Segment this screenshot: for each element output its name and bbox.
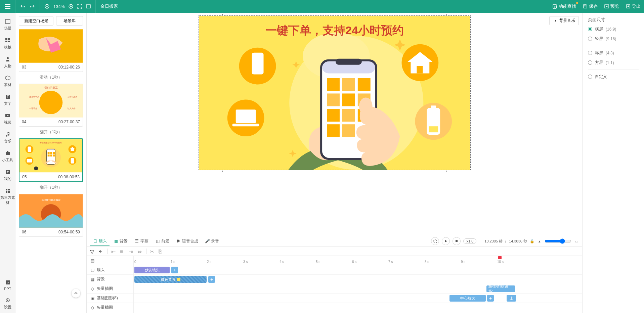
transition-label[interactable]: 滑动（1秒） (19, 75, 83, 80)
redo-button[interactable] (30, 4, 35, 9)
menu-button[interactable] (0, 0, 15, 13)
filter-tool[interactable]: ▽ (90, 249, 95, 254)
search-doc-icon (553, 4, 557, 9)
sidebar-item-template[interactable]: 模板 (0, 34, 15, 53)
add-camera-clip[interactable]: + (171, 267, 178, 273)
collapse-icon[interactable]: ▴ (537, 239, 542, 243)
add-shape-clip[interactable]: + (487, 295, 494, 302)
sidebar-item-person[interactable]: 人物 (0, 53, 15, 72)
svg-rect-42 (71, 158, 74, 164)
transition-label[interactable]: 翻开（1秒） (19, 185, 83, 190)
zoom-out-button[interactable] (45, 4, 49, 9)
sidebar-item-ppt[interactable]: PPPT (0, 276, 15, 294)
sidebar-item-3rdparty[interactable]: 第三方素材 (0, 185, 15, 209)
tl-row-camera[interactable]: ▢镜头 (87, 265, 133, 275)
svg-rect-39 (27, 159, 32, 163)
clip-path-anim[interactable]: 路径动画(进场) (486, 285, 515, 292)
timeline-zoom-slider[interactable] (545, 238, 571, 244)
track-bg[interactable]: 颜色背景 + (134, 275, 582, 284)
svg-rect-69 (431, 105, 436, 108)
clip-up[interactable]: 上 (507, 295, 516, 302)
sidebar-item-mine[interactable]: 我的 (0, 166, 15, 185)
svg-rect-19 (8, 189, 10, 190)
sidebar-item-asset[interactable]: 素材 (0, 72, 15, 91)
tl-row-bg[interactable]: ▦背景 (87, 275, 133, 284)
bg-music-button[interactable]: ♪ 背景音乐 (549, 16, 579, 25)
sidebar-item-scene[interactable]: 场景 (0, 15, 15, 34)
transition-label[interactable]: 翻开（1秒） (19, 129, 83, 135)
export-button[interactable]: 导出 (622, 0, 644, 13)
track-shapes[interactable]: 中心放大 + 上 (134, 294, 582, 303)
new-blank-scene-button[interactable]: 新建空白场景 (19, 16, 53, 26)
project-title: 金日搬家 (96, 3, 123, 9)
track-camera[interactable]: 默认镜头 + (134, 265, 582, 275)
rewind-button[interactable] (431, 237, 439, 245)
align-right-tool[interactable]: ⇥ (129, 249, 134, 254)
cut-tool[interactable]: ✂ (150, 249, 155, 254)
svg-point-11 (7, 57, 9, 59)
feature-search-button[interactable]: 功能查找 (549, 0, 579, 13)
cursor-tool[interactable]: ⌖ (99, 249, 104, 254)
tab-foreground[interactable]: ◫前景 (153, 236, 172, 246)
tab-tts[interactable]: 🗣语音合成 (173, 236, 201, 246)
actual-size-button[interactable] (86, 4, 91, 9)
lock-icon[interactable]: 🔒 (530, 239, 534, 243)
undo-button[interactable] (20, 4, 26, 9)
zoom-in-button[interactable] (69, 4, 73, 9)
zoom-fit-icon[interactable]: ▭ (574, 239, 579, 243)
scene-num: 05 (22, 175, 27, 179)
aspect-option-standard[interactable]: 标屏(4:3) (588, 50, 639, 56)
link-tool[interactable]: ⎘ (159, 249, 164, 254)
speed-button[interactable]: x1.0 (463, 238, 476, 244)
tl-row-vector[interactable]: ◇矢量插图 (87, 284, 133, 294)
tl-row-vector2[interactable]: ◇矢量插图 (87, 303, 133, 312)
mic-icon: 🎤 (205, 239, 210, 243)
fg-icon: ◫ (155, 239, 160, 243)
upload-icon (0, 169, 15, 175)
zoom-level[interactable]: 134% (53, 4, 65, 9)
scene-card[interactable]: 0300:12-00:26 (19, 29, 83, 72)
scene-card[interactable]: 选择我们·轻松搬家 0600:54-00:59 (19, 194, 83, 237)
canvas-area[interactable]: ♪ 背景音乐 默认镜头 一键下单，支持24小时预约 (87, 13, 582, 236)
aspect-option-portrait[interactable]: 竖屏(9:16) (588, 36, 639, 42)
scene-card[interactable]: 我们的员工 服务优于其 一诺千金 立体化服务 以人为本 0400:27-00:3… (19, 84, 83, 127)
add-bg-clip[interactable]: + (208, 276, 215, 283)
stop-button[interactable] (453, 237, 461, 245)
tab-background[interactable]: ▦背景 (111, 236, 130, 246)
playhead[interactable] (500, 256, 500, 313)
align-left-tool[interactable]: ⇤ (111, 249, 117, 254)
scene-library-button[interactable]: 场景库 (56, 16, 83, 26)
sidebar-item-music[interactable]: 音乐 (0, 128, 15, 147)
scene-card-selected[interactable]: 专业搬家公司24小时预约 0500:38-00:53 (19, 138, 83, 182)
sidebar-item-widget[interactable]: 小工具 (0, 147, 15, 166)
scene-time: 00:27-00:37 (58, 120, 80, 124)
preview-button[interactable]: 预览 (601, 0, 622, 13)
scene-thumbnail: 选择我们·轻松搬家 (19, 194, 83, 228)
sidebar-item-video[interactable]: 视频 (0, 109, 15, 128)
aspect-option-square[interactable]: 方屏(1:1) (588, 60, 639, 65)
fit-button[interactable] (77, 4, 82, 9)
sidebar-item-text[interactable]: T文字 (0, 91, 15, 109)
tab-record[interactable]: 🎤录音 (202, 236, 222, 246)
sidebar-item-settings[interactable]: 设置 (0, 294, 15, 313)
clip-center-zoom[interactable]: 中心放大 (449, 295, 486, 302)
scroll-up-fab[interactable] (72, 289, 80, 298)
play-button[interactable] (442, 237, 450, 245)
aspect-option-landscape[interactable]: 横屏(16:9) (588, 26, 639, 32)
tab-subtitle[interactable]: ☰字幕 (132, 236, 151, 246)
aspect-option-custom[interactable]: 自定义 (588, 74, 639, 80)
distribute-tool[interactable]: ⇔ (137, 249, 143, 254)
track-vector1[interactable]: 路径动画(进场) (134, 284, 582, 294)
align-center-tool[interactable]: ≡ (120, 249, 125, 254)
notification-dot (576, 2, 578, 4)
track-vector2[interactable] (134, 303, 582, 312)
clip-default-camera[interactable]: 默认镜头 (134, 267, 170, 273)
svg-rect-74 (335, 59, 361, 65)
canvas-artwork[interactable]: 一键下单，支持24小时预约 (199, 16, 470, 170)
timeline-ruler[interactable]: 0 1 s 2 s 3 s 4 s 5 s 6 s 7 s 8 s 9 s 10… (134, 256, 582, 265)
tab-camera[interactable]: ▢镜头 (90, 236, 110, 246)
save-button[interactable]: 保存 (579, 0, 601, 13)
svg-rect-84 (327, 124, 340, 137)
tl-row-shapes[interactable]: ▣基础图形(8) (87, 294, 133, 303)
clip-color-bg[interactable]: 颜色背景 (134, 276, 207, 283)
